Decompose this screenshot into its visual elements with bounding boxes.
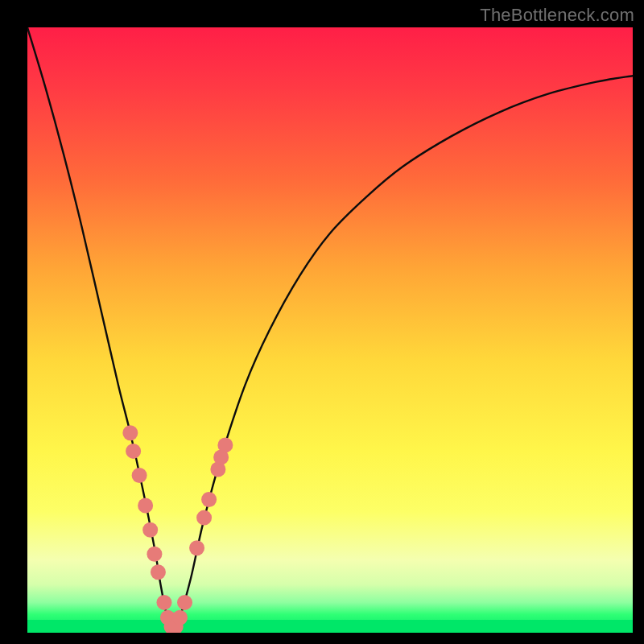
marker-dot [126,444,141,459]
curve-layer [27,27,633,633]
chart-frame: TheBottleneck.com [0,0,644,644]
marker-dot [147,547,162,562]
marker-dot [177,595,192,610]
marker-dot [189,540,204,555]
marker-dot [156,595,171,610]
marker-dot [172,610,188,625]
marker-dot [122,425,138,440]
marker-dot [217,437,233,452]
plot-area [27,27,633,633]
marker-dot [196,510,212,526]
marker-dot [142,522,158,538]
marker-dot [132,468,147,483]
marker-dot [201,492,217,507]
marker-dot [151,564,166,580]
watermark-text: TheBottleneck.com [480,5,634,26]
marker-dot [138,498,153,514]
curve-markers [122,425,233,633]
bottleneck-curve [27,27,633,630]
